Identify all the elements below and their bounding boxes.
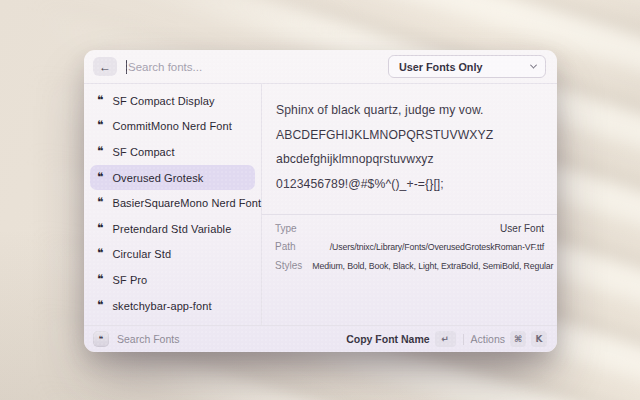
copy-font-name-button[interactable]: Copy Font Name ↵ [346, 331, 455, 347]
metadata-value: /Users/tnixc/Library/Fonts/OverusedGrote… [330, 238, 544, 256]
font-name-label: SF Compact [112, 146, 174, 158]
app-identity: ❝ Search Fonts [93, 331, 179, 347]
command-key-badge: ⌘ [510, 331, 526, 347]
action-bar-right: Copy Font Name ↵ Actions ⌘ K [346, 331, 547, 347]
metadata-row-path: Path /Users/tnixc/Library/Fonts/Overused… [275, 238, 544, 256]
quote-icon: ❝ [97, 196, 103, 208]
search-input[interactable] [128, 61, 388, 73]
copy-font-name-label: Copy Font Name [346, 333, 429, 345]
enter-key-badge: ↵ [435, 331, 456, 347]
chevron-down-icon [530, 62, 537, 69]
font-name-label: Overused Grotesk [112, 172, 203, 184]
quote-icon: ❝ [97, 273, 103, 285]
text-cursor [126, 60, 127, 74]
font-detail-panel: Sphinx of black quartz, judge my vow. AB… [262, 84, 557, 325]
metadata-row-type: Type User Font [275, 220, 544, 238]
metadata-value: Medium, Bold, Book, Black, Light, ExtraB… [312, 257, 553, 275]
metadata-label: Path [275, 238, 296, 256]
desktop-background: ← User Fonts Only ❝ SF Compact Display ❝… [0, 0, 640, 400]
font-list-item[interactable]: ❝ SF Pro [90, 267, 255, 293]
quote-icon: ❝ [97, 299, 103, 311]
quote-icon: ❝ [97, 145, 103, 157]
metadata-label: Type [275, 220, 297, 238]
preview-pangram: Sphinx of black quartz, judge my vow. [276, 104, 543, 117]
font-list-item-selected[interactable]: ❝ Overused Grotesk [90, 165, 255, 191]
quote-icon: ❝ [99, 334, 104, 343]
font-list-item[interactable]: ❝ Circular Std [90, 242, 255, 268]
metadata-row-styles: Styles Medium, Bold, Book, Black, Light,… [275, 257, 544, 275]
preview-numerals: 0123456789!@#$%^()_+-={}[]; [276, 178, 543, 191]
preview-lowercase: abcdefghijklmnopqrstuvwxyz [276, 153, 543, 166]
actions-button[interactable]: Actions ⌘ K [471, 331, 547, 347]
font-list-item[interactable]: ❝ sketchybar-app-font [90, 293, 255, 319]
preview-uppercase: ABCDEFGHIJKLMNOPQRSTUVWXYZ [276, 129, 543, 142]
search-field-wrap [126, 60, 388, 74]
quote-icon: ❝ [97, 222, 103, 234]
action-bar: ❝ Search Fonts Copy Font Name ↵ Actions … [84, 325, 557, 352]
font-list-item[interactable]: ❝ SF Compact Display [90, 88, 255, 114]
font-name-label: BasierSquareMono Nerd Font [112, 197, 261, 209]
actions-label: Actions [471, 333, 505, 345]
metadata-value: User Font [500, 220, 544, 238]
font-filter-dropdown[interactable]: User Fonts Only [388, 55, 546, 78]
quote-icon: ❝ [97, 119, 103, 131]
window-body: ❝ SF Compact Display ❝ CommitMono Nerd F… [84, 84, 557, 325]
font-list-item[interactable]: ❝ BasierSquareMono Nerd Font [90, 190, 255, 216]
action-divider [463, 334, 464, 345]
font-list-item[interactable]: ❝ SF Compact [90, 139, 255, 165]
font-list-item[interactable]: ❝ Pretendard Std Variable [90, 216, 255, 242]
font-preview: Sphinx of black quartz, judge my vow. AB… [262, 84, 557, 202]
quote-icon: ❝ [97, 94, 103, 106]
font-name-label: Pretendard Std Variable [112, 223, 231, 235]
font-metadata: Type User Font Path /Users/tnixc/Library… [262, 215, 557, 280]
font-search-window: ← User Fonts Only ❝ SF Compact Display ❝… [84, 50, 557, 352]
font-list-item[interactable]: ❝ CommitMono Nerd Font [90, 114, 255, 140]
quote-icon: ❝ [97, 247, 103, 259]
app-icon: ❝ [93, 331, 109, 347]
app-name: Search Fonts [117, 333, 179, 345]
back-button[interactable]: ← [93, 57, 117, 76]
font-name-label: SF Pro [112, 274, 147, 286]
font-name-label: Circular Std [112, 248, 171, 260]
font-filter-value: User Fonts Only [399, 61, 482, 73]
quote-icon: ❝ [97, 171, 103, 183]
font-list: ❝ SF Compact Display ❝ CommitMono Nerd F… [84, 84, 262, 325]
k-key-badge: K [531, 331, 547, 347]
search-bar: ← User Fonts Only [84, 50, 557, 84]
font-name-label: SF Compact Display [112, 95, 214, 107]
metadata-label: Styles [275, 257, 302, 275]
font-name-label: CommitMono Nerd Font [112, 120, 231, 132]
back-arrow-icon: ← [99, 61, 111, 73]
font-name-label: sketchybar-app-font [112, 300, 211, 312]
